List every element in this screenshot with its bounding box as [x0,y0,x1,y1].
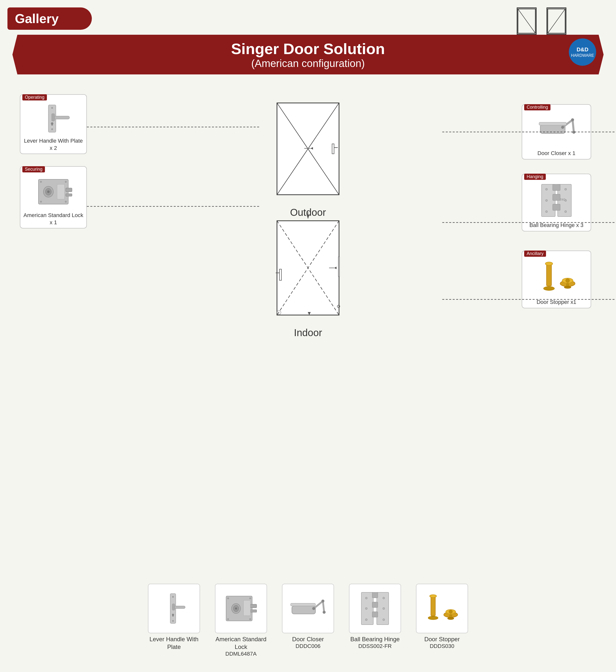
svg-point-92 [249,618,251,620]
svg-point-47 [571,118,574,121]
controlling-label: Door Closer x 1 [524,150,589,157]
stopper-svg [534,259,579,296]
lever-handle-img-area [22,101,84,136]
svg-marker-11 [306,215,310,219]
svg-point-105 [365,597,367,599]
svg-point-56 [546,199,548,201]
main-banner: Singer Door Solution (American configura… [12,35,604,74]
dd-logo-line2: HARDWARE [571,53,594,58]
securing-component: Securing American S [20,166,87,228]
svg-rect-111 [431,596,435,616]
ancillary-component: Ancillary Door Stopper x1 [522,251,591,308]
product-lock-name: American Standard Lock [212,635,269,651]
securing-tag: Securing [22,166,45,172]
svg-point-67 [566,279,570,283]
svg-rect-33 [66,188,72,192]
stopper-img-area [524,257,589,297]
product-closer: Door Closer DDDC006 [279,584,337,649]
controlling-tag: Controlling [524,104,551,110]
svg-rect-53 [553,194,560,200]
svg-rect-93 [292,606,316,614]
controlling-component: Controlling Door Closer x 1 [522,104,591,160]
hanging-label: Ball Bearing Hinge x 3 [524,222,589,229]
indoor-door-svg: c [272,220,344,324]
svg-rect-34 [66,194,72,196]
securing-label: American Standard Lock x 1 [22,212,84,226]
svg-point-108 [383,597,385,599]
svg-point-55 [546,188,548,190]
svg-point-64 [545,262,553,265]
closer-svg [535,112,578,147]
product-lever-handle-img [148,584,200,633]
svg-text:c: c [278,312,280,314]
svg-point-81 [172,620,174,622]
product-lock-img [215,584,267,633]
svg-point-110 [383,619,385,621]
svg-point-37 [47,191,50,193]
svg-point-46 [561,126,564,129]
svg-point-96 [312,607,315,610]
svg-point-57 [546,211,548,213]
outdoor-door-svg [272,102,344,203]
svg-rect-42 [57,184,64,199]
operating-label: Lever Handle With Plate x 2 [22,137,84,152]
svg-rect-49 [539,122,566,125]
svg-rect-83 [250,604,256,608]
svg-point-31 [51,128,53,130]
svg-point-41 [65,201,66,202]
banner-title: Singer Door Solution [231,40,385,58]
product-closer-name: Door Closer [292,635,324,643]
indoor-label: Indoor [272,327,344,338]
svg-point-30 [51,107,53,109]
product-stopper-name: Door Stopper [425,635,460,643]
svg-point-107 [365,619,367,621]
banner-subtitle: (American configuration) [251,58,365,69]
svg-point-69 [564,286,571,288]
product-hinge-code: DDSS002-FR [359,643,392,649]
product-hinge-name: Ball Bearing Hinge [351,635,400,643]
header-title: Gallery [15,11,59,26]
product-lever-handle-name: Lever Handle With Plate [145,635,202,651]
svg-rect-99 [290,603,316,606]
svg-rect-43 [540,125,565,133]
svg-point-39 [65,181,66,183]
svg-point-113 [430,595,437,598]
outdoor-door-container: Outdoor [272,102,344,218]
svg-line-3 [548,9,565,33]
product-stopper: Door Stopper DDDS030 [414,584,471,649]
svg-point-58 [565,188,567,190]
svg-rect-79 [172,615,174,616]
svg-point-48 [572,131,575,134]
svg-rect-102 [372,592,378,598]
svg-point-98 [323,611,326,614]
svg-rect-84 [250,610,256,612]
svg-point-87 [235,608,237,609]
svg-rect-52 [553,184,560,191]
product-lock-code: DDML6487A [225,651,256,657]
securing-dotted-line [87,206,260,207]
product-stopper-code: DDDS030 [430,643,454,649]
closer-arrow [305,212,311,220]
svg-rect-103 [372,602,378,608]
hanging-tag: Hanging [524,174,546,180]
svg-point-116 [449,610,453,613]
svg-rect-18 [338,257,340,277]
svg-point-80 [172,596,174,598]
svg-line-1 [518,9,535,33]
product-hinge: Ball Bearing Hinge DDSS002-FR [347,584,404,649]
product-lever-handle: Lever Handle With Plate [145,584,202,651]
svg-point-91 [227,618,229,620]
ancillary-tag: Ancillary [524,251,546,257]
svg-rect-27 [52,114,55,121]
hanging-component: Hanging D&D Ball Bea [522,174,591,231]
lock-svg [33,174,73,209]
lock-img-area [22,173,84,210]
svg-point-60 [565,211,567,213]
svg-point-97 [322,600,325,603]
svg-rect-104 [372,612,378,617]
hinge-img-area: D&D [524,181,589,220]
svg-point-90 [249,598,251,599]
svg-line-45 [573,120,574,132]
svg-point-109 [383,608,385,609]
dd-logo: D&D HARDWARE [569,38,596,66]
